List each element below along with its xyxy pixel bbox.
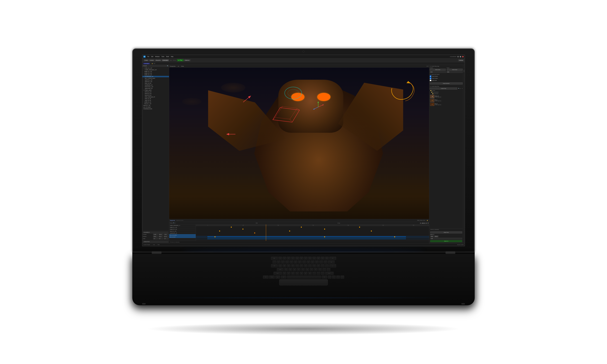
tree-item[interactable]: arm_l_fk_switch [142, 106, 169, 108]
key-x[interactable]: X [287, 272, 290, 275]
snap-field-2[interactable] [447, 71, 463, 73]
tree-row-18[interactable]: index_01_ctrl [142, 98, 169, 99]
key-a[interactable]: A [284, 268, 288, 271]
tree-row-23[interactable]: arm_l_fk_switch [142, 106, 169, 108]
trackpad[interactable] [279, 279, 328, 285]
key-s[interactable]: S [289, 268, 292, 271]
tree-row-2[interactable]: middle_01_l_ctrl [142, 71, 169, 72]
key-k[interactable]: K [314, 268, 317, 271]
select-actor-button[interactable]: Select Actor [430, 69, 446, 71]
cmd-label[interactable]: Cmd [153, 244, 155, 245]
key-6[interactable]: 6 [298, 260, 302, 264]
tree-item[interactable]: index_02_ctrl [142, 100, 169, 101]
viewport-canvas[interactable] [169, 68, 429, 219]
key-alt-right[interactable]: ALT [322, 275, 327, 279]
key-d[interactable]: D [293, 268, 296, 271]
tree-item[interactable]: upperArm_r_ctrl [142, 79, 169, 81]
key-h[interactable]: H [305, 268, 309, 271]
find-label[interactable]: Find [158, 244, 159, 245]
key-shift-right[interactable]: SHIFT [325, 272, 334, 275]
tree-item[interactable]: upperArm_l_ctrl [142, 81, 169, 82]
key-5[interactable]: 5 [294, 260, 297, 264]
key-f[interactable]: F [297, 268, 301, 271]
key-l[interactable]: L [318, 268, 322, 271]
key-f7[interactable]: F7 [304, 257, 307, 260]
seq-record-button[interactable]: ⏺ [428, 222, 429, 224]
key-caps[interactable]: CAPS [277, 268, 284, 271]
paste-pose-button[interactable]: Paste Pose [430, 231, 462, 234]
tree-row-5-selected[interactable]: ▼ thumbknee01_ctrl [142, 76, 169, 77]
content-button[interactable]: Content [149, 59, 155, 61]
key-comma[interactable] [312, 272, 316, 275]
scale-x-input[interactable] [153, 238, 158, 239]
key-v[interactable]: V [295, 272, 299, 275]
tree-row-6[interactable]: larm_l_controls_space [142, 78, 169, 79]
pose-item-fall1[interactable]: 🤸 Fall_1 Control Rig Pose [430, 98, 463, 102]
key-semicolon[interactable] [322, 268, 326, 271]
tree-item[interactable]: ShowBodyControls [142, 108, 169, 110]
key-win[interactable]: ⊞ [275, 275, 280, 279]
key-f10[interactable]: F10 [317, 257, 320, 260]
key-y[interactable]: Y [300, 264, 303, 267]
key-backtick[interactable] [273, 260, 276, 264]
key-c[interactable]: C [291, 272, 295, 275]
rotation-x-input[interactable] [153, 236, 158, 237]
tree-item[interactable]: index_metacarpal_ctrl [142, 96, 169, 98]
key-f3[interactable]: F3 [287, 257, 290, 260]
key-f2[interactable]: F2 [283, 257, 286, 260]
key-shift-left[interactable]: SHIFT [274, 272, 282, 275]
tree-item[interactable]: index_01_ctrl [142, 98, 169, 100]
seq-track-3[interactable]: hand_01_r_ctrl [169, 230, 196, 232]
key-f5[interactable]: F5 [295, 257, 299, 260]
key-f11[interactable]: F11 [321, 257, 325, 260]
platforms-button[interactable]: Platforms [184, 59, 190, 61]
content-drawer-label[interactable]: Content Drawer [143, 244, 150, 245]
tree-row-15[interactable]: thumb_02_ctrl [142, 93, 169, 94]
pose-folder-content[interactable]: 📁 Content [430, 90, 463, 91]
snap-animation-button[interactable]: Snap Animation [430, 82, 463, 84]
rotation-y-input[interactable] [158, 236, 163, 237]
location-x-input[interactable] [153, 234, 158, 235]
key-j[interactable]: J [310, 268, 313, 271]
key-slash[interactable] [321, 272, 325, 275]
tree-row-0[interactable]: ▶ index_01_l_ctrl [142, 67, 169, 69]
location-z-input[interactable] [164, 234, 169, 235]
tree-row-16[interactable]: thumb_03_ctrl [142, 94, 169, 96]
perspective-label[interactable]: Perspective [170, 66, 175, 67]
snap-rotation-checkbox[interactable] [430, 76, 431, 77]
tree-item[interactable]: middle_02_l_ctrl [142, 72, 169, 74]
key-tab[interactable]: TAB [271, 264, 278, 267]
menu-edit[interactable]: Edit [151, 56, 154, 57]
menu-tools[interactable]: Tools [161, 56, 165, 57]
rotation-z-input[interactable] [164, 236, 169, 237]
tree-item[interactable]: ▶ fingers_space [142, 89, 169, 91]
menu-help[interactable]: Help [171, 56, 174, 57]
minimize-button[interactable] [457, 56, 459, 57]
seq-timeline[interactable]: 0 100 200 300 400 500 600 [196, 224, 429, 241]
source-control-label[interactable]: Source Control [457, 244, 464, 245]
key-bracket-close[interactable] [325, 264, 329, 267]
scale-z-input[interactable] [164, 238, 169, 239]
key-esc[interactable]: ESC [271, 257, 278, 260]
tree-item[interactable]: upperArm01_ctrl [142, 88, 169, 89]
key-spacebar[interactable] [287, 275, 321, 279]
seq-forward-button[interactable]: ⏭ [426, 222, 427, 224]
key-e[interactable]: E [287, 264, 290, 267]
tree-row-17[interactable]: index_metacarpal_ctrl [142, 96, 169, 98]
pose-filter-icon[interactable]: ⊞ [460, 88, 461, 89]
seq-next-frame-button[interactable]: ▶ [424, 222, 425, 224]
key-b[interactable]: B [300, 272, 303, 275]
tree-item[interactable]: thumb_02_ctrl [142, 93, 169, 94]
tree-item[interactable]: ▶ index_01_l_ctrl [142, 67, 169, 69]
tree-item[interactable]: hand_02_r_ctrl [142, 104, 169, 106]
seq-track-0[interactable]: mobile_metacarpal_l_c... [169, 224, 196, 226]
key-minus[interactable]: - [319, 260, 323, 264]
tree-row-7[interactable]: upperArm_r_ctrl [142, 79, 169, 81]
search-icon[interactable]: 🔍 [167, 65, 168, 66]
cinematics-button[interactable]: Cinematics [162, 59, 169, 61]
select-actor-parent-button[interactable]: Select Actor [447, 69, 463, 71]
tree-row-22[interactable]: hand_02_r_ctrl [142, 105, 169, 106]
key-enter[interactable]: ↵ [329, 264, 336, 267]
seq-prev-frame-button[interactable]: ◀ [422, 222, 422, 224]
tree-item[interactable]: lowerArm01_l_ctrl [142, 86, 169, 88]
